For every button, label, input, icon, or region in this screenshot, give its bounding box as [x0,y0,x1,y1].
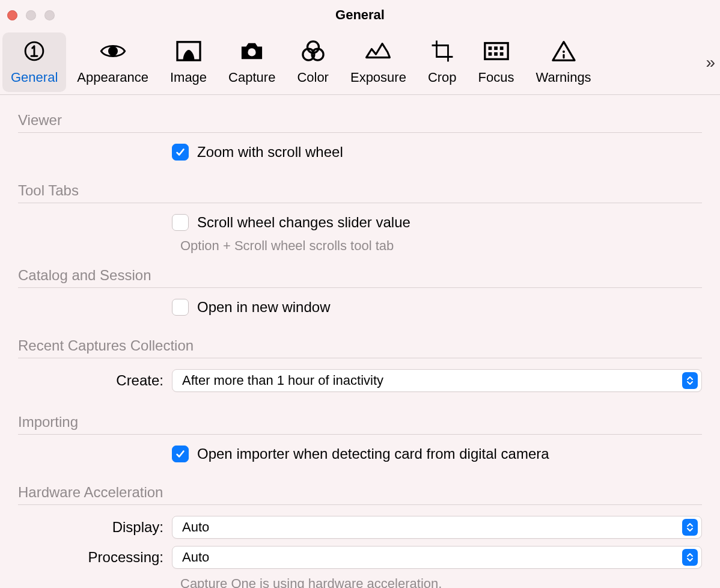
checkbox-scroll-slider[interactable] [172,214,189,231]
tab-image[interactable]: Image [159,30,218,94]
row-display: Display: Auto [18,516,702,539]
camera-icon [238,40,266,63]
label-display: Display: [18,519,172,536]
check-icon [175,449,186,459]
tab-label: Color [297,70,329,85]
section-rule [18,132,702,133]
label-open-importer: Open importer when detecting card from d… [197,446,549,462]
tab-label: Appearance [77,70,148,85]
check-icon [175,147,186,158]
row-processing: Processing: Auto [18,546,702,569]
exposure-icon [364,40,392,63]
toolbar-overflow-button[interactable]: » [706,30,715,94]
svg-rect-13 [499,52,503,55]
updown-arrows-icon [682,372,698,389]
prefs-toolbar: General Appearance Image [0,30,720,95]
general-icon [20,40,48,63]
checkbox-open-new-window[interactable] [172,299,189,316]
section-title-catalog: Catalog and Session [18,267,702,284]
svg-rect-8 [488,46,492,50]
row-zoom-scroll: Zoom with scroll wheel [18,144,702,161]
svg-point-1 [109,47,117,55]
tab-crop[interactable]: Crop [417,30,468,94]
updown-arrows-icon [682,519,698,536]
chevron-double-right-icon: » [706,53,715,72]
eye-icon [99,40,127,63]
svg-rect-12 [494,52,498,55]
section-title-hwaccel: Hardware Acceleration [18,484,702,501]
row-open-importer: Open importer when detecting card from d… [18,446,702,462]
label-processing: Processing: [18,549,172,566]
row-scroll-slider: Scroll wheel changes slider value [18,214,702,231]
row-open-new-window: Open in new window [18,299,702,316]
svg-rect-11 [488,52,492,55]
zoom-window-button[interactable] [44,10,55,20]
dropdown-display-value: Auto [182,519,209,535]
checkbox-zoom-scroll[interactable] [172,144,189,161]
prefs-toolbar-items: General Appearance Image [0,30,602,94]
window-controls [0,10,55,20]
tab-label: Image [170,70,207,85]
window-title: General [0,7,720,23]
tab-appearance[interactable]: Appearance [66,30,159,94]
crop-icon [429,40,456,63]
tab-exposure[interactable]: Exposure [340,30,417,94]
titlebar: General [0,0,720,30]
section-title-recent: Recent Captures Collection [18,337,702,354]
section-rule [18,434,702,435]
tab-label: Focus [478,70,514,85]
label-create: Create: [18,372,172,389]
focus-icon [483,40,510,63]
section-rule [18,287,702,288]
hint-scroll-slider: Option + Scroll wheel scrolls tool tab [180,238,702,254]
tab-focus[interactable]: Focus [468,30,525,94]
row-create: Create: After more than 1 hour of inacti… [18,369,702,392]
tab-label: Capture [228,70,275,85]
image-icon [175,40,203,63]
label-scroll-slider: Scroll wheel changes slider value [197,214,410,231]
dropdown-display[interactable]: Auto [172,516,702,539]
minimize-window-button[interactable] [26,10,36,20]
section-title-importing: Importing [18,414,702,430]
tab-label: Crop [428,70,457,85]
tab-label: Exposure [350,70,406,85]
svg-point-3 [248,48,256,56]
dropdown-create-value: After more than 1 hour of inactivity [182,373,383,388]
dropdown-processing[interactable]: Auto [172,546,702,569]
tab-label: General [11,70,58,85]
warning-icon [550,40,578,63]
section-title-viewer: Viewer [18,112,702,129]
svg-rect-7 [484,43,507,59]
tab-capture[interactable]: Capture [218,30,286,94]
tab-warnings[interactable]: Warnings [525,30,602,94]
tab-label: Warnings [536,70,591,85]
hwaccel-status: Capture One is using hardware accelerati… [180,576,702,588]
checkbox-open-importer[interactable] [172,446,189,462]
svg-point-14 [563,50,565,52]
dropdown-create[interactable]: After more than 1 hour of inactivity [172,369,702,392]
section-rule [18,504,702,505]
label-zoom-scroll: Zoom with scroll wheel [197,144,343,161]
updown-arrows-icon [682,549,698,566]
close-window-button[interactable] [7,10,17,20]
svg-rect-9 [494,46,498,50]
svg-rect-10 [499,46,503,50]
dropdown-processing-value: Auto [182,550,209,565]
section-rule [18,203,702,203]
color-icon [299,40,327,63]
label-open-new-window: Open in new window [197,299,330,316]
section-rule [18,358,702,358]
prefs-content: Viewer Zoom with scroll wheel Tool Tabs … [0,95,720,588]
tab-general[interactable]: General [2,32,66,92]
section-title-tooltabs: Tool Tabs [18,182,702,199]
tab-color[interactable]: Color [286,30,340,94]
